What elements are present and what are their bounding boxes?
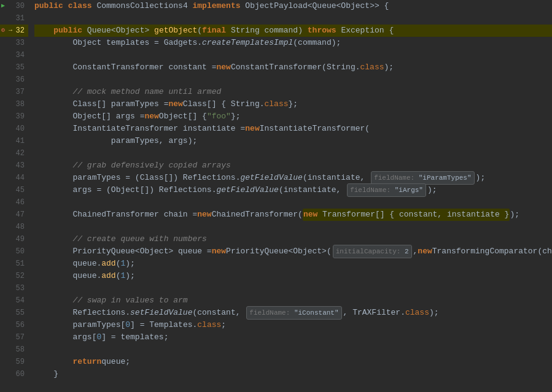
- run-icon-30[interactable]: ▶: [1, 0, 5, 12]
- gutter-54: 54: [0, 294, 28, 307]
- param-hint-initialCapacity: initialCapacity: 2: [333, 245, 412, 258]
- gutter-51: 51: [0, 258, 28, 270]
- line-40: InstantiateTransformer instantiate = new…: [34, 123, 552, 135]
- gutter-34: 34: [0, 49, 28, 61]
- gutter-43: 43: [0, 159, 28, 172]
- code-editor: ▶ 30 31 ⊙ → 32 33 34 35 36 37 38 39 40 4…: [0, 0, 552, 392]
- gutter-55: 55: [0, 307, 28, 319]
- gutter-33: 33: [0, 37, 28, 49]
- gutter-49: 49: [0, 233, 28, 245]
- line-30: public class CommonsCollections4 impleme…: [34, 0, 552, 12]
- gutter-37: 37: [0, 86, 28, 98]
- line-35: ConstantTransformer constant = new Const…: [34, 61, 552, 74]
- line-45: args = (Object[]) Reflections.getFieldVa…: [34, 184, 552, 196]
- line-37: // mock method name until armed: [34, 86, 552, 98]
- line-60: }: [34, 368, 552, 380]
- gutter-38: 38: [0, 98, 28, 110]
- gutter-44: 44: [0, 172, 28, 184]
- gutter-32: ⊙ → 32: [0, 25, 28, 37]
- line-49: // create queue with numbers: [34, 233, 552, 245]
- line-numbers: ▶ 30 31 ⊙ → 32 33 34 35 36 37 38 39 40 4…: [0, 0, 32, 392]
- gutter-59: 59: [0, 356, 28, 368]
- gutter-57: 57: [0, 331, 28, 344]
- line-52: queue.add(1);: [34, 270, 552, 282]
- gutter-56: 56: [0, 319, 28, 331]
- gutter-40: 40: [0, 123, 28, 135]
- gutter-60: 60: [0, 368, 28, 380]
- gutter-50: 50: [0, 245, 28, 258]
- param-hint-iArgs: fieldName: "iArgs": [347, 183, 426, 197]
- gutter-31: 31: [0, 12, 28, 25]
- line-33: Object templates = Gadgets.createTemplat…: [34, 37, 552, 49]
- gutter-42: 42: [0, 147, 28, 159]
- gutter-53: 53: [0, 282, 28, 294]
- gutter-36: 36: [0, 74, 28, 86]
- line-47: ChainedTransformer chain = new ChainedTr…: [34, 209, 552, 221]
- line-43: // grab defensively copied arrays: [34, 159, 552, 172]
- line-39: Object[] args = new Object[] { "foo" };: [34, 110, 552, 123]
- line-42: [34, 147, 552, 159]
- line-54: // swap in values to arm: [34, 294, 552, 307]
- line-38: Class[] paramTypes = new Class[] { Strin…: [34, 98, 552, 110]
- param-hint-iConstant: fieldName: "iConstant": [246, 306, 341, 320]
- gutter-58: 58: [0, 344, 28, 356]
- line-41: paramTypes, args);: [34, 135, 552, 147]
- gutter-52: 52: [0, 270, 28, 282]
- gutter-41: 41: [0, 135, 28, 147]
- line-48: [34, 221, 552, 233]
- line-32: public Queue<Object> getObject(final Str…: [34, 25, 552, 37]
- code-lines[interactable]: public class CommonsCollections4 impleme…: [32, 0, 552, 392]
- gutter-48: 48: [0, 221, 28, 233]
- gutter-30: ▶ 30: [0, 0, 28, 12]
- line-34: [34, 49, 552, 61]
- line-44: paramTypes = (Class[]) Reflections.getFi…: [34, 172, 552, 184]
- gutter-46: 46: [0, 196, 28, 209]
- line-51: queue.add(1);: [34, 258, 552, 270]
- line-46: [34, 196, 552, 209]
- line-31: [34, 12, 552, 25]
- gutter-47: 47: [0, 209, 28, 221]
- line-50: PriorityQueue<Object> queue = new Priori…: [34, 245, 552, 258]
- line-59: return queue;: [34, 356, 552, 368]
- line-53: [34, 282, 552, 294]
- line-36: [34, 74, 552, 86]
- run-icon-32[interactable]: →: [9, 25, 12, 37]
- breakpoint-icon-32[interactable]: ⊙: [1, 25, 5, 37]
- line-58: [34, 344, 552, 356]
- line-56: paramTypes[0] = Templates.class;: [34, 319, 552, 331]
- gutter-35: 35: [0, 61, 28, 74]
- line-55: Reflections.setFieldValue(constant, fiel…: [34, 307, 552, 319]
- gutter-45: 45: [0, 184, 28, 196]
- param-hint-iParamTypes: fieldName: "iParamTypes": [371, 171, 474, 185]
- code-area: ▶ 30 31 ⊙ → 32 33 34 35 36 37 38 39 40 4…: [0, 0, 552, 392]
- line-57: args[0] = templates;: [34, 331, 552, 344]
- gutter-39: 39: [0, 110, 28, 123]
